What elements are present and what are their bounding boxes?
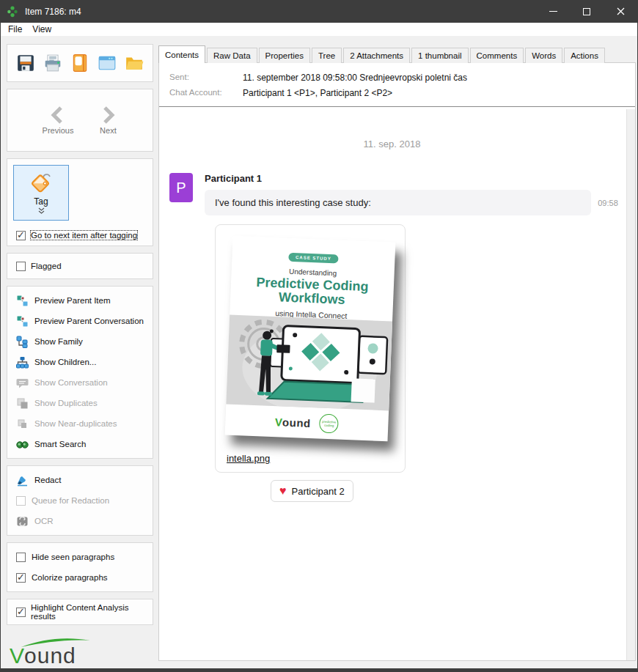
message-column: Participant 1 I've found this interestin… — [205, 173, 625, 215]
tab-actions[interactable]: Actions — [564, 48, 605, 63]
redact-panel: Redact Queue for Redaction OCR — [7, 465, 153, 536]
tab-thumbnail[interactable]: 1 thumbnail — [411, 48, 468, 63]
hide-seen-paragraphs-checkbox[interactable] — [16, 553, 26, 562]
save-button[interactable] — [15, 52, 37, 74]
menubar: File View — [1, 23, 637, 36]
tab-contents[interactable]: Contents — [158, 45, 205, 63]
sent-value: 11. september 2018 09:58:00 Srednjeevrop… — [243, 73, 467, 83]
avatar: P — [169, 173, 193, 202]
flagged-label[interactable]: Flagged — [31, 262, 62, 270]
action-label: Show Duplicates — [34, 399, 98, 407]
highlight-panel: Highlight Content Analysis results — [7, 599, 153, 625]
next-button[interactable]: Next — [98, 106, 117, 135]
show-near-duplicates-icon — [16, 418, 29, 430]
go-to-next-option[interactable]: Go to next item after tagging — [13, 225, 147, 245]
predictive-coding-seal-icon: predictive coding — [319, 414, 339, 434]
sidebar: Previous Next Tag — [7, 44, 153, 668]
vertical-scrollbar[interactable] — [626, 109, 635, 660]
show-conversation-icon — [16, 377, 29, 389]
chat-date-separator: 11. sep. 2018 — [159, 139, 625, 149]
attachment-preview-image[interactable]: CASE STUDY Understanding Predictive Codi… — [225, 236, 396, 442]
action-label: Preview Parent Conversation — [34, 317, 144, 325]
item-viewer: Contents Raw Data Properties Tree 2 Atta… — [158, 45, 636, 661]
cover-vound-logo: Vound — [275, 416, 311, 429]
show-family-icon — [16, 336, 29, 348]
action-label: Show Conversation — [34, 378, 108, 387]
reaction-chip[interactable]: ♥ Participant 2 — [271, 480, 353, 502]
flagged-option[interactable]: Flagged — [7, 256, 62, 276]
app-window: Item 7186: m4 File View — [0, 0, 638, 672]
maximize-icon — [583, 8, 590, 15]
message-time: 09:58 — [591, 199, 625, 207]
redact-action[interactable]: Redact — [7, 470, 153, 490]
reaction-participant: Participant 2 — [292, 486, 345, 497]
chevron-left-icon — [48, 106, 67, 125]
actions-panel: Preview Parent Item Preview Parent Conve… — [7, 286, 153, 459]
action-show-family[interactable]: Show Family — [7, 331, 153, 352]
tab-properties[interactable]: Properties — [259, 48, 310, 63]
action-smart-search[interactable]: Smart Search — [7, 434, 153, 454]
document-icon — [70, 53, 89, 73]
tab-tree[interactable]: Tree — [312, 48, 342, 63]
action-show-children[interactable]: Show Children... — [7, 352, 153, 372]
action-label: Show Near-duplicates — [34, 419, 117, 428]
toolbar-panel — [7, 44, 153, 82]
tab-bar: Contents Raw Data Properties Tree 2 Atta… — [158, 45, 636, 62]
tag-button[interactable]: Tag — [13, 165, 69, 221]
flagged-checkbox[interactable] — [16, 262, 26, 271]
header-row-sent: Sent: 11. september 2018 09:58:00 Srednj… — [169, 73, 625, 83]
cover-footer: Vound predictive coding — [225, 404, 389, 441]
action-preview-parent-conversation[interactable]: Preview Parent Conversation — [7, 311, 153, 331]
sent-label: Sent: — [169, 73, 243, 83]
open-document-button[interactable] — [69, 52, 91, 74]
cover-vound-rest: ound — [282, 416, 311, 429]
hide-seen-paragraphs-option[interactable]: Hide seen paragraphs — [7, 547, 153, 567]
tag-panel: Tag Go to next item after tagging — [7, 158, 153, 246]
chat-message: P Participant 1 I've found this interest… — [169, 173, 625, 215]
previous-button[interactable]: Previous — [43, 106, 74, 135]
action-show-near-duplicates: Show Near-duplicates — [7, 413, 153, 434]
colorize-paragraphs-option[interactable]: Colorize paragraphs — [7, 567, 153, 588]
highlight-option[interactable]: Highlight Content Analysis results — [7, 602, 153, 622]
action-preview-parent-item[interactable]: Preview Parent Item — [7, 290, 153, 311]
ocr-action: OCR — [7, 511, 153, 531]
action-show-conversation: Show Conversation — [7, 372, 153, 393]
open-folder-button[interactable] — [123, 52, 145, 74]
vound-logo: Vound — [7, 638, 153, 668]
maximize-button[interactable] — [570, 0, 604, 23]
action-label: Smart Search — [34, 440, 86, 448]
tab-words[interactable]: Words — [525, 48, 562, 63]
open-image-button[interactable] — [96, 52, 118, 74]
image-icon — [98, 53, 117, 73]
seal-line2: coding — [324, 424, 334, 428]
colorize-paragraphs-label[interactable]: Colorize paragraphs — [32, 573, 108, 582]
tag-button-label: Tag — [34, 196, 48, 207]
action-label: Show Children... — [34, 358, 96, 366]
action-label: Show Family — [34, 337, 83, 346]
highlight-label[interactable]: Highlight Content Analysis results — [31, 603, 153, 621]
close-button[interactable] — [604, 0, 637, 23]
tab-attachments[interactable]: 2 Attachments — [343, 48, 410, 63]
vound-logo-v: V — [10, 643, 24, 668]
menu-file[interactable]: File — [3, 23, 27, 35]
print-button[interactable] — [42, 52, 64, 74]
chevron-right-icon — [98, 106, 117, 125]
go-to-next-checkbox[interactable] — [16, 231, 26, 240]
chat-account-value: Participant 1 <P1>, Participant 2 <P2> — [243, 88, 392, 98]
hide-seen-paragraphs-label[interactable]: Hide seen paragraphs — [32, 553, 114, 561]
minimize-button[interactable] — [536, 0, 570, 23]
double-chevron-down-icon — [37, 207, 45, 214]
highlight-checkbox[interactable] — [16, 608, 26, 617]
tab-raw-data[interactable]: Raw Data — [207, 48, 257, 63]
preview-parent-item-icon — [16, 295, 29, 307]
menu-view[interactable]: View — [27, 23, 56, 35]
colorize-paragraphs-checkbox[interactable] — [16, 573, 26, 583]
queue-for-redaction-option: Queue for Redaction — [7, 490, 153, 511]
ocr-icon — [16, 515, 29, 528]
go-to-next-label[interactable]: Go to next item after tagging — [31, 231, 137, 240]
attachment-filename-link[interactable]: intella.png — [227, 453, 270, 464]
next-label: Next — [100, 126, 117, 135]
message-header: Sent: 11. september 2018 09:58:00 Srednj… — [159, 63, 635, 107]
preview-parent-conversation-icon — [16, 315, 29, 328]
tab-comments[interactable]: Comments — [470, 48, 524, 63]
